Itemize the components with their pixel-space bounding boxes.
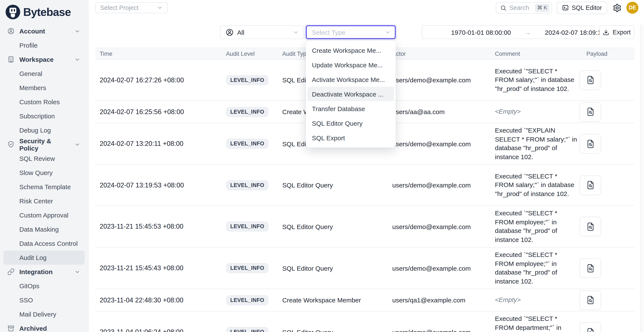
sidebar-item-sql-review[interactable]: SQL Review [4, 152, 85, 166]
sidebar-item-members[interactable]: Members [4, 81, 85, 95]
table-row: 2023-11-21 15:45:53 +08:00LEVEL_INFOSQL … [96, 206, 634, 247]
sidebar-item-audit-log[interactable]: Audit Log [4, 251, 85, 265]
file-search-icon [586, 296, 595, 305]
project-select[interactable]: Select Project [96, 2, 168, 13]
type-menu-item-create-workspace-me[interactable]: Create Workspace Me... [308, 43, 394, 57]
sidebar-item-label: Data Masking [19, 226, 59, 233]
sidebar-section-integration[interactable]: Integration [0, 265, 88, 279]
sidebar-item-subscription[interactable]: Subscription [4, 109, 85, 123]
sidebar-item-general[interactable]: General [4, 66, 85, 81]
type-filter-select[interactable]: Select Type [306, 25, 396, 39]
gear-icon[interactable] [613, 3, 622, 12]
sidebar-item-slow-query[interactable]: Slow Query [4, 166, 85, 180]
sidebar-item-label: SSO [19, 296, 33, 304]
cell-audit-level: LEVEL_INFO [226, 139, 282, 149]
cell-actor: users/aa@aa.com [392, 108, 495, 115]
type-menu-item-activate-workspace-me[interactable]: Activate Workspace Me... [308, 72, 394, 87]
column-header-time: Time [100, 50, 226, 57]
app-window: Bytebase AccountProfileWorkspaceGeneralM… [0, 0, 644, 332]
archive-icon [7, 325, 14, 332]
type-menu-item-sql-editor-query[interactable]: SQL Editor Query [308, 116, 394, 130]
actor-filter-select[interactable]: All [220, 25, 304, 39]
cell-payload [586, 258, 634, 278]
type-menu-item-sql-export[interactable]: SQL Export [308, 130, 394, 145]
cell-comment: Executed `"SELECT * FROM department;"` i… [495, 312, 586, 332]
arrow-right-icon: → [525, 28, 531, 36]
type-menu-item-deactivate-workspace[interactable]: Deactivate Workspace ... [308, 87, 394, 101]
sidebar-item-data-masking[interactable]: Data Masking [4, 222, 85, 236]
sidebar-item-label: Subscription [19, 112, 55, 120]
type-menu-item-transfer-database[interactable]: Transfer Database [308, 101, 394, 116]
cell-time: 2023-11-21 15:45:53 +08:00 [100, 223, 226, 230]
sidebar-section-account[interactable]: Account [0, 24, 88, 38]
sidebar-item-custom-approval[interactable]: Custom Approval [4, 208, 85, 222]
vertical-scrollbar[interactable] [640, 24, 644, 332]
cell-actor: users/demo@example.com [392, 181, 495, 189]
sql-editor-button[interactable]: SQL Editor [556, 1, 607, 14]
actor-filter-value: All [237, 28, 289, 36]
type-menu-item-update-workspace-me[interactable]: Update Workspace Me... [308, 57, 394, 72]
date-from-value[interactable]: 1970-01-01 08:00:00 [451, 28, 511, 36]
project-select-placeholder: Select Project [100, 4, 138, 11]
chevron-down-icon [384, 29, 391, 35]
sidebar-item-label: Schema Template [19, 183, 71, 190]
payload-view-button[interactable] [580, 217, 601, 236]
sidebar-item-custom-roles[interactable]: Custom Roles [4, 95, 85, 109]
cell-time: 2024-02-07 13:20:11 +08:00 [100, 140, 226, 148]
building-icon [7, 56, 14, 63]
sidebar-item-schema-template[interactable]: Schema Template [4, 180, 85, 194]
cell-time: 2023-11-04 22:48:30 +08:00 [100, 296, 226, 304]
file-search-icon [586, 180, 595, 190]
file-search-icon [586, 75, 595, 85]
payload-view-button[interactable] [580, 322, 601, 332]
user-circle-icon [7, 27, 14, 35]
sidebar-section-label: Workspace [19, 56, 70, 63]
sidebar-section-archived[interactable]: Archived [0, 321, 88, 332]
brand-name: Bytebase [23, 5, 71, 19]
cell-payload [586, 134, 634, 154]
sidebar-item-data-access-control[interactable]: Data Access Control [4, 236, 85, 251]
audit-level-badge: LEVEL_INFO [226, 180, 268, 190]
avatar[interactable]: DE [626, 2, 638, 14]
audit-level-badge: LEVEL_INFO [226, 221, 268, 232]
sidebar-item-label: Custom Approval [19, 211, 68, 219]
cell-audit-type: SQL Editor Query [282, 328, 392, 332]
sidebar-item-gitops[interactable]: GitOps [4, 279, 85, 293]
payload-view-button[interactable] [580, 134, 601, 154]
table-row: 2023-11-04 01:06:24 +08:00LEVEL_INFOSQL … [96, 312, 634, 332]
search-button[interactable]: Search ⌘ K [496, 2, 552, 13]
brand-logo[interactable]: Bytebase [0, 0, 88, 20]
table-row: 2023-11-04 22:48:30 +08:00LEVEL_INFOCrea… [96, 289, 634, 312]
chevron-down-icon [74, 269, 80, 275]
sidebar-nav: AccountProfileWorkspaceGeneralMembersCus… [0, 20, 88, 332]
column-header-payload: Payload [586, 50, 634, 57]
sidebar-item-profile[interactable]: Profile [4, 38, 85, 52]
sidebar-section-workspace[interactable]: Workspace [0, 52, 88, 66]
sidebar-item-risk-center[interactable]: Risk Center [4, 194, 85, 208]
payload-view-button[interactable] [580, 175, 601, 195]
cell-comment: Executed `"SELECT * FROM salary;"` in da… [495, 169, 586, 201]
cell-audit-level: LEVEL_INFO [226, 221, 282, 232]
payload-view-button[interactable] [580, 70, 601, 90]
cell-comment: <Empty> [495, 104, 586, 119]
cell-audit-level: LEVEL_INFO [226, 295, 282, 305]
cell-audit-type: SQL Editor Query [282, 181, 392, 189]
payload-view-button[interactable] [580, 102, 601, 122]
cell-audit-level: LEVEL_INFO [226, 327, 282, 332]
sidebar-item-debug-log[interactable]: Debug Log [4, 123, 85, 137]
payload-view-button[interactable] [580, 258, 601, 278]
cell-comment: <Empty> [495, 293, 586, 308]
audit-level-badge: LEVEL_INFO [226, 327, 268, 332]
file-search-icon [586, 328, 595, 332]
cell-actor: users/qa1@example.com [392, 296, 495, 304]
cell-actor: users/demo@example.com [392, 140, 495, 147]
table-row: 2024-02-07 13:19:53 +08:00LEVEL_INFOSQL … [96, 165, 634, 206]
date-range-picker[interactable]: 1970-01-01 08:00:00 → 2024-02-07 18:09:1… [422, 25, 594, 39]
sidebar-item-mail-delivery[interactable]: Mail Delivery [4, 307, 85, 321]
sidebar-section-security-policy[interactable]: Security & Policy [0, 137, 88, 152]
date-to-value[interactable]: 2024-02-07 18:09:13 [545, 28, 605, 36]
payload-view-button[interactable] [580, 290, 601, 310]
export-button[interactable]: Export [599, 25, 634, 39]
export-label: Export [613, 29, 631, 36]
sidebar-item-sso[interactable]: SSO [4, 293, 85, 307]
